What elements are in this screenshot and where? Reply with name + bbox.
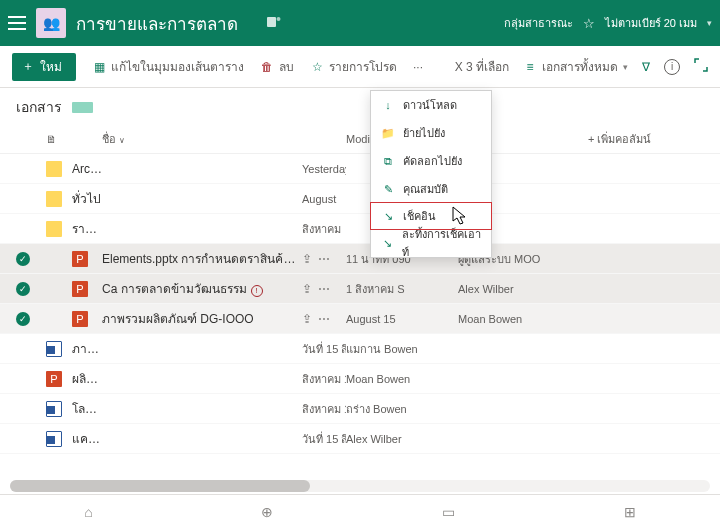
table-row[interactable]: ✓PCa การตลาดข้ามวัฒนธรรม!⇪⋯1 สิงหาคม SAl… [0,274,720,304]
file-type-icon [46,221,62,237]
share-icon[interactable]: ⇪ [302,312,312,326]
menu-button[interactable] [8,16,26,30]
new-button[interactable]: ＋ ใหม่ [12,53,76,81]
trash-icon: 🗑 [260,60,274,74]
nav-globe-icon[interactable]: ⊕ [261,504,273,520]
modified-cell: August [302,193,346,205]
share-icon[interactable]: ⇪ [102,192,112,206]
row-more-icon[interactable]: ⋯ [118,222,130,236]
file-name[interactable]: ภาพรวมผลิตภัณฑ์ DG-2000.doa [72,339,102,358]
menu-discard-label: ละทิ้งการเช็คเอาท์ [402,225,481,261]
name-header[interactable]: ชื่อ∨ [102,130,302,148]
filter-icon[interactable]: ∇ [642,60,650,74]
table-row[interactable]: ✓ภาพรวมผลิตภัณฑ์ DG-2000.doa⇪⋯วันที่ 15 … [0,334,720,364]
file-type-icon: P [72,251,88,267]
row-more-icon[interactable]: ⋯ [118,162,130,176]
teams-icon[interactable] [266,14,282,33]
row-checkmark[interactable]: ✓ [16,312,30,326]
share-icon[interactable]: ⇪ [102,162,112,176]
row-more-icon[interactable]: ⋯ [118,402,130,416]
command-bar: ＋ ใหม่ ▦ แก้ไขในมุมมองเส้นตาราง 🗑 ลบ ☆ ร… [0,46,720,88]
add-column-button[interactable]: + เพิ่มคอลัมน์ [588,130,688,148]
checked-out-icon: ! [294,255,302,267]
file-name[interactable]: แคมเปญการตลาดระหว่างประเทศ doa [72,429,102,448]
file-type-header[interactable]: 🗎 [46,133,72,145]
menu-checkin[interactable]: ↘ เช็คอิน [370,202,492,230]
info-icon[interactable]: i [664,59,680,75]
view-switcher[interactable]: ≡ เอกสารทั้งหมด ▾ [523,57,628,76]
row-more-icon[interactable]: ⋯ [318,252,330,266]
file-type-icon: P [72,311,88,327]
menu-properties-label: คุณสมบัติ [403,180,448,198]
modified-cell: วันที่ 15 สิงหาคม [302,430,346,448]
horizontal-scrollbar[interactable] [10,480,710,492]
breadcrumb[interactable]: เอกสาร [16,96,62,118]
file-type-icon [46,191,62,207]
row-more-icon[interactable]: ⋯ [318,312,330,326]
selection-count[interactable]: X 3 ที่เลือก [455,57,509,76]
row-checkmark[interactable]: ✓ [16,252,30,266]
menu-move[interactable]: 📁 ย้ายไปยัง [371,119,491,147]
app-bar: 👥 การขายและการตลาด กลุ่มสาธารณะ ☆ ไม่ตาม… [0,0,720,46]
share-icon[interactable]: ⇪ [302,282,312,296]
file-name[interactable]: ทั่วไป [72,189,102,208]
scrollbar-thumb[interactable] [10,480,310,492]
modified-by-cell: ถร่าง Bowen [346,400,458,418]
discard-icon: ↘ [381,236,394,250]
row-more-icon[interactable]: ⋯ [318,282,330,296]
context-menu: ↓ ดาวน์โหลด 📁 ย้ายไปยัง ⧉ คัดลอกไปยัง ✎ … [370,90,492,258]
expand-icon[interactable] [694,58,708,75]
table-row[interactable]: ✓ทั่วไป⇪⋯August [0,184,720,214]
menu-discard-checkout[interactable]: ↘ ละทิ้งการเช็คเอาท์ [371,229,491,257]
share-icon[interactable]: ⇪ [102,222,112,236]
file-name[interactable]: ภาพรวมผลิตภัณฑ์ DG-IOOO [102,309,302,328]
edit-grid-button[interactable]: ▦ แก้ไขในมุมมองเส้นตาราง [92,57,244,76]
menu-properties[interactable]: ✎ คุณสมบัติ [371,175,491,203]
row-checkmark[interactable]: ✓ [16,282,30,296]
share-icon[interactable]: ⇪ [302,252,312,266]
row-more-icon[interactable]: ⋯ [118,372,130,386]
more-button[interactable]: ··· [413,60,423,74]
file-type-icon [46,341,62,357]
nav-add-icon[interactable]: ⊞ [624,504,636,520]
file-name[interactable]: Elements.pptx การกำหนดตราสินค้า! [102,249,302,268]
table-row[interactable]: ✓Archive⇪⋯Yesterday [0,154,720,184]
chevron-down-icon[interactable]: ▾ [707,18,712,28]
table-row[interactable]: ✓Pผลิตภัณฑ์ Pitch.pptx DG-2000⇪⋯สิงหาคม … [0,364,720,394]
file-type-icon: P [72,281,88,297]
table-row[interactable]: ✓PElements.pptx การกำหนดตราสินค้า!⇪⋯11 น… [0,244,720,274]
file-name[interactable]: Ca การตลาดข้ามวัฒนธรรม! [102,279,302,298]
share-icon[interactable]: ⇪ [102,342,112,356]
modified-by-cell: Alex Wilber [346,433,458,445]
table-row[interactable]: ✓รายงานรายเดือน⇪⋯สิงหาคม [0,214,720,244]
share-icon[interactable]: ⇪ [102,432,112,446]
menu-download[interactable]: ↓ ดาวน์โหลด [371,91,491,119]
row-more-icon[interactable]: ⋯ [118,192,130,206]
site-logo[interactable]: 👥 [36,8,66,38]
properties-icon: ✎ [381,182,395,196]
file-name[interactable]: โลผลิตภัณฑ์ DG-2000 [72,399,102,418]
svg-point-1 [277,17,281,21]
modified-cell: 1 สิงหาคม S [346,280,458,298]
modified-by-cell: Moan Bowen [346,373,458,385]
nav-home-icon[interactable]: ⌂ [84,504,92,520]
modified-cell: สิงหาคม 15 [302,370,346,388]
row-more-icon[interactable]: ⋯ [118,342,130,356]
nav-files-icon[interactable]: ▭ [442,504,455,520]
pin-button[interactable]: ☆ รายการโปรด [310,57,397,76]
table-row[interactable]: ✓แคมเปญการตลาดระหว่างประเทศ doa⇪⋯วันที่ … [0,424,720,454]
star-icon[interactable]: ☆ [583,16,595,31]
menu-copy[interactable]: ⧉ คัดลอกไปยัง [371,147,491,175]
delete-button[interactable]: 🗑 ลบ [260,57,294,76]
table-row[interactable]: ✓โลผลิตภัณฑ์ DG-2000⇪⋯สิงหาคม 15ถร่าง Bo… [0,394,720,424]
members-label[interactable]: ไม่ตามเบียร์ 20 เมม [605,14,697,32]
share-icon[interactable]: ⇪ [102,372,112,386]
file-name[interactable]: Archive [72,162,102,176]
table-row[interactable]: ✓Pภาพรวมผลิตภัณฑ์ DG-IOOO⇪⋯August 15Moan… [0,304,720,334]
row-more-icon[interactable]: ⋯ [118,432,130,446]
share-icon[interactable]: ⇪ [102,402,112,416]
sort-icon: ∨ [119,136,125,145]
file-name[interactable]: รายงานรายเดือน [72,219,102,238]
modified-cell: สิงหาคม 15 [302,400,346,418]
file-name[interactable]: ผลิตภัณฑ์ Pitch.pptx DG-2000 [72,369,102,388]
